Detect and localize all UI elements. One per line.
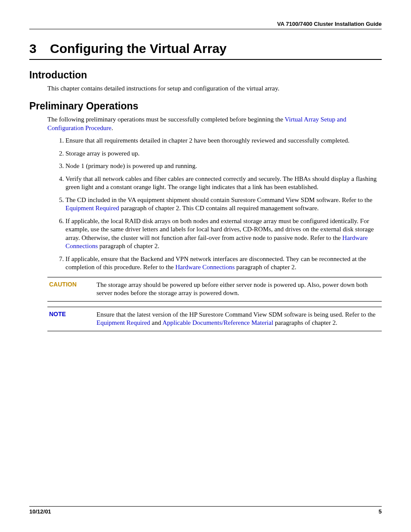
step-4: Verify that all network cables and fiber… bbox=[65, 175, 382, 192]
chapter-title: 3Configuring the Virtual Array bbox=[29, 41, 382, 56]
note-mid: and bbox=[150, 319, 162, 326]
step-6-pre: If applicable, the local RAID disk array… bbox=[65, 218, 374, 241]
prelim-lead-pre: The following preliminary operations mus… bbox=[47, 116, 285, 123]
section-introduction-heading: Introduction bbox=[29, 69, 382, 81]
link-applicable-documents[interactable]: Applicable Documents/Reference Material bbox=[162, 319, 273, 326]
note-box: NOTE Ensure that the latest version of t… bbox=[47, 307, 382, 331]
prelim-lead: The following preliminary operations mus… bbox=[47, 115, 382, 132]
caution-label: CAUTION bbox=[49, 281, 97, 288]
step-5-pre: The CD included in the VA equipment ship… bbox=[65, 196, 372, 203]
link-equipment-required-1[interactable]: Equipment Required bbox=[65, 205, 119, 212]
step-7-post: paragraph of chapter 2. bbox=[235, 264, 296, 271]
step-2: Storage array is powered up. bbox=[65, 149, 382, 158]
step-3: Node 1 (primary node) is powered up and … bbox=[65, 162, 382, 171]
footer-date: 10/12/01 bbox=[29, 508, 51, 515]
link-equipment-required-2[interactable]: Equipment Required bbox=[97, 319, 150, 326]
note-label: NOTE bbox=[49, 311, 97, 317]
chapter-title-text: Configuring the Virtual Array bbox=[50, 41, 227, 56]
footer-rule bbox=[29, 506, 382, 507]
chapter-rule bbox=[29, 59, 382, 60]
link-hardware-connections-2[interactable]: Hardware Connections bbox=[175, 264, 235, 271]
header-rule bbox=[29, 29, 382, 29]
step-6: If applicable, the local RAID disk array… bbox=[65, 217, 382, 251]
prelim-lead-post: . bbox=[112, 124, 113, 131]
note-text: Ensure that the latest version of the HP… bbox=[97, 311, 380, 327]
note-pre: Ensure that the latest version of the HP… bbox=[97, 311, 376, 318]
step-1: Ensure that all requirements detailed in… bbox=[65, 137, 382, 145]
caution-text: The storage array should be powered up b… bbox=[97, 281, 380, 298]
step-5: The CD included in the VA equipment ship… bbox=[65, 196, 382, 213]
prelim-steps: Ensure that all requirements detailed in… bbox=[50, 137, 382, 272]
footer: 10/12/01 5 bbox=[29, 506, 382, 515]
running-header: VA 7100/7400 Cluster Installation Guide bbox=[29, 21, 382, 29]
chapter-number: 3 bbox=[29, 41, 50, 56]
footer-page: 5 bbox=[379, 508, 382, 515]
step-6-post: paragraph of chapter 2. bbox=[98, 243, 159, 249]
intro-paragraph: This chapter contains detailed instructi… bbox=[47, 84, 382, 93]
caution-box: CAUTION The storage array should be powe… bbox=[47, 277, 382, 302]
note-post: paragraphs of chapter 2. bbox=[273, 319, 337, 326]
step-7: If applicable, ensure that the Backend a… bbox=[65, 255, 382, 272]
page: VA 7100/7400 Cluster Installation Guide … bbox=[0, 0, 411, 532]
step-5-post: paragraph of chapter 2. This CD contains… bbox=[119, 205, 319, 212]
section-preliminary-heading: Preliminary Operations bbox=[29, 100, 382, 112]
